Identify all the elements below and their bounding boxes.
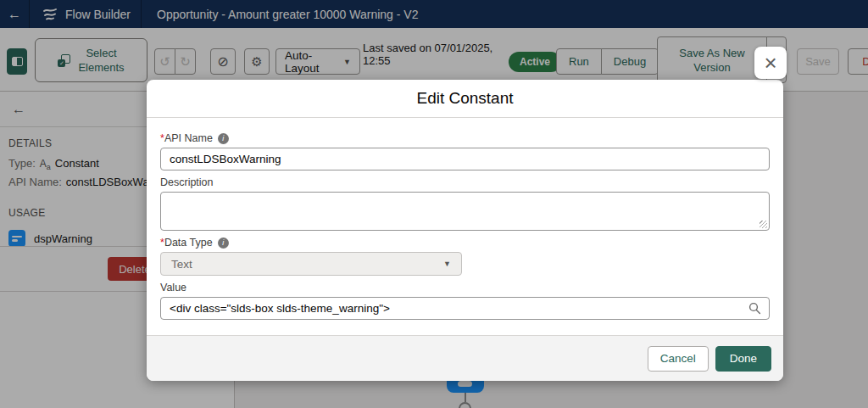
flow-builder-screen: ← Flow Builder Opportunity - Amount grea… — [0, 0, 868, 408]
info-icon[interactable] — [218, 133, 229, 144]
done-button[interactable]: Done — [715, 346, 771, 372]
cancel-button[interactable]: Cancel — [648, 346, 709, 372]
modal-close-button[interactable]: × — [754, 47, 787, 79]
description-textarea[interactable] — [160, 192, 770, 231]
value-field-label: Value — [160, 282, 770, 293]
data-type-selected-value: Text — [171, 258, 192, 271]
chevron-down-icon: ▼ — [443, 260, 451, 268]
info-icon[interactable] — [218, 238, 229, 249]
modal-title: Edit Constant — [147, 80, 783, 118]
search-icon — [748, 302, 761, 315]
data-type-field-label: *Data Type — [160, 237, 770, 249]
data-type-select-disabled[interactable]: Text ▼ — [160, 252, 462, 276]
description-field-label: Description — [160, 176, 770, 188]
modal-footer: Cancel Done — [147, 335, 783, 381]
edit-constant-modal: Edit Constant *API Name Description *Dat… — [147, 80, 783, 381]
api-name-input[interactable] — [160, 148, 770, 170]
close-icon: × — [764, 50, 776, 75]
value-input[interactable] — [160, 297, 770, 320]
modal-body: *API Name Description *Data Type Text ▼ … — [147, 118, 783, 320]
api-name-field-label: *API Name — [160, 132, 770, 144]
